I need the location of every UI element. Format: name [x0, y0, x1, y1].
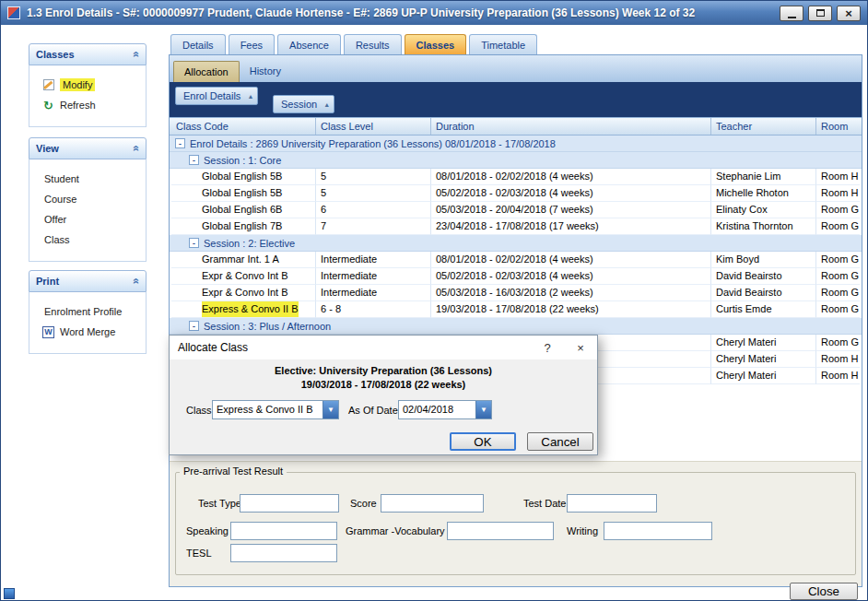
grid-group-row[interactable]: -Enrol Details : 2869 University Prepara… — [170, 136, 862, 152]
collapse-minus-icon[interactable]: - — [189, 155, 199, 165]
column-header-room[interactable]: Room — [816, 118, 860, 135]
cell-room: Room G - — [816, 218, 860, 235]
close-window-button[interactable]: × — [837, 6, 861, 21]
grid-data-row[interactable]: Expr & Convo Int BIntermediate05/03/2018… — [170, 285, 862, 301]
tab-fees[interactable]: Fees — [229, 34, 275, 54]
window-title: 1.3 Enrol Details - S#: 0000009977 Prude… — [27, 6, 780, 19]
sidebar-item-modify[interactable]: Modify — [29, 75, 146, 95]
chevron-collapse-icon[interactable]: » — [130, 278, 143, 285]
maximize-icon — [816, 9, 825, 17]
sidebar-item-label: Modify — [60, 78, 95, 91]
sidebar-item-label: Student — [44, 173, 79, 184]
grid-data-row[interactable]: Global English 5B508/01/2018 - 02/02/201… — [170, 169, 862, 185]
collapse-minus-icon[interactable]: - — [189, 321, 199, 331]
group-row-label: Enrol Details : 2869 University Preparat… — [190, 138, 556, 149]
sidebar-item-enrolment-profile[interactable]: Enrolment Profile — [29, 301, 146, 322]
dialog-close-button[interactable]: × — [564, 336, 597, 359]
tab-allocation[interactable]: Allocation — [173, 61, 240, 82]
tab-absence[interactable]: Absence — [277, 34, 341, 54]
sidebar-item-student[interactable]: Student — [29, 169, 146, 189]
cancel-button[interactable]: Cancel — [527, 432, 593, 451]
group-button-session[interactable]: Session ▲ — [273, 95, 334, 113]
cell-class_level: 6 - 8 — [316, 301, 431, 318]
grid-data-row[interactable]: Expr & Convo Int BIntermediate05/02/2018… — [170, 268, 862, 285]
test-type-input[interactable] — [240, 494, 339, 513]
chevron-down-icon[interactable]: ▼ — [475, 401, 491, 418]
cell-code: Global English 7B — [171, 218, 316, 235]
sidebar-item-course[interactable]: Course — [29, 189, 146, 209]
sidebar-item-word-merge[interactable]: W Word Merge — [29, 322, 146, 342]
test-date-input[interactable] — [567, 494, 657, 513]
column-header-class-level[interactable]: Class Level — [316, 118, 431, 135]
close-button[interactable]: Close — [790, 583, 858, 600]
tesl-label: TESL — [186, 548, 212, 559]
tesl-input[interactable] — [230, 544, 337, 562]
dialog-title-bar[interactable]: Allocate Class ? × — [170, 336, 597, 359]
tab-results[interactable]: Results — [344, 34, 402, 54]
sidebar-item-offer[interactable]: Offer — [29, 209, 146, 230]
sidebar-item-refresh[interactable]: ↻ Refresh — [29, 95, 146, 115]
grid-group-row[interactable]: -Session : 1: Core — [170, 152, 862, 169]
grid-group-row[interactable]: -Session : 2: Elective — [170, 235, 862, 252]
grid-data-row[interactable]: Express & Convo II B6 - 819/03/2018 - 17… — [170, 301, 862, 318]
grid-data-row[interactable]: Global English 6B605/03/2018 - 20/04/201… — [170, 202, 862, 218]
sidebar-item-class[interactable]: Class — [29, 230, 146, 250]
tab-timetable[interactable]: Timetable — [469, 34, 537, 54]
cell-room: Room G - — [816, 335, 860, 351]
as-of-date-picker[interactable]: 02/04/2018 ▼ — [398, 400, 492, 419]
cell-code: Global English 5B — [171, 169, 316, 185]
column-header-teacher[interactable]: Teacher — [711, 118, 816, 135]
ok-button[interactable]: OK — [450, 432, 516, 451]
column-header-duration[interactable]: Duration — [431, 118, 711, 135]
cell-teacher: Elinaty Cox — [711, 202, 816, 218]
cell-duration: 08/01/2018 - 02/02/2018 (4 weeks) — [431, 169, 711, 185]
chevron-collapse-icon[interactable]: » — [130, 146, 143, 152]
cell-code: Global English 5B — [171, 185, 316, 202]
cell-code: Grammar Int. 1 A — [171, 252, 316, 268]
cell-code: Expr & Convo Int B — [171, 285, 316, 301]
cell-code: Global English 6B — [171, 202, 316, 218]
tab-details[interactable]: Details — [170, 34, 226, 54]
sidebar-item-label: Offer — [44, 214, 66, 225]
class-combobox-value: Express & Convo II B — [213, 401, 323, 418]
speaking-input[interactable] — [230, 522, 337, 540]
panel-print-header[interactable]: Print » — [29, 270, 147, 292]
panel-classes: Classes » Modify ↻ Refresh — [29, 43, 147, 127]
collapse-minus-icon[interactable]: - — [189, 238, 199, 248]
cell-duration: 08/01/2018 - 02/02/2018 (4 weeks) — [431, 252, 711, 268]
score-label: Score — [350, 498, 377, 509]
cell-room: Room G - — [816, 301, 860, 318]
grammar-vocabulary-input[interactable] — [447, 522, 554, 540]
close-icon: × — [845, 7, 852, 19]
minimize-button[interactable] — [780, 6, 803, 21]
collapse-minus-icon[interactable]: - — [175, 138, 185, 148]
sidebar-item-label: Class — [44, 234, 70, 245]
panel-view-header[interactable]: View » — [29, 137, 147, 159]
title-bar[interactable]: 1.3 Enrol Details - S#: 0000009977 Prude… — [1, 1, 867, 25]
chevron-down-icon[interactable]: ▼ — [323, 401, 338, 418]
group-button-enrol-details[interactable]: Enrol Details ▲ — [175, 87, 258, 105]
grid-data-row[interactable]: Grammar Int. 1 AIntermediate08/01/2018 -… — [170, 252, 862, 268]
panel-classes-header[interactable]: Classes » — [29, 43, 147, 65]
writing-input[interactable] — [604, 522, 712, 540]
maximize-button[interactable] — [808, 6, 832, 21]
cell-room: Room G - — [816, 202, 860, 218]
chevron-collapse-icon[interactable]: » — [130, 52, 143, 58]
score-input[interactable] — [381, 494, 484, 513]
dialog-title: Allocate Class — [178, 341, 248, 354]
cell-duration: 05/03/2018 - 16/03/2018 (2 weeks) — [431, 285, 711, 301]
sidebar: Classes » Modify ↻ Refresh View » Stud — [1, 25, 169, 601]
class-combobox[interactable]: Express & Convo II B ▼ — [212, 400, 339, 419]
tab-history[interactable]: History — [240, 61, 291, 82]
grid-group-row[interactable]: -Session : 3: Plus / Afternoon — [170, 318, 862, 335]
grid-data-row[interactable]: Global English 5B505/02/2018 - 02/03/201… — [170, 185, 862, 202]
cell-room: Room H - — [816, 169, 860, 185]
column-header-class-code[interactable]: Class Code — [171, 118, 316, 135]
close-icon: × — [577, 341, 584, 355]
group-button-label: Session — [281, 99, 317, 110]
app-icon — [7, 6, 20, 19]
cell-room: Room G - — [816, 285, 860, 301]
grid-data-row[interactable]: Global English 7B723/04/2018 - 17/08/201… — [170, 218, 862, 235]
dialog-help-button[interactable]: ? — [531, 336, 564, 359]
tab-classes[interactable]: Classes — [405, 34, 467, 54]
